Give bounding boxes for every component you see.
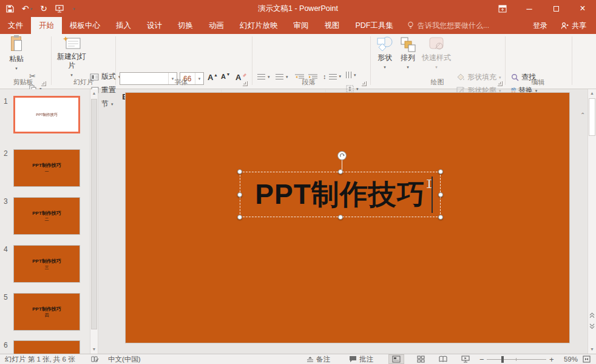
tab-template-center[interactable]: 模板中心 [62, 17, 108, 34]
slide-thumbnail-6[interactable] [13, 340, 80, 354]
notes-button[interactable]: 备注 [306, 354, 330, 364]
rotation-handle[interactable] [337, 151, 347, 160]
main-scrollbar-thumb[interactable] [589, 98, 595, 136]
normal-view-icon [392, 356, 401, 363]
person-icon [561, 22, 569, 30]
resize-handle-ne[interactable] [438, 169, 443, 174]
scroll-down-icon[interactable]: ▼ [588, 345, 596, 354]
text-caret [432, 177, 433, 213]
slide-number: 4 [4, 245, 8, 254]
slide-number: 6 [4, 341, 8, 349]
scroll-up-icon[interactable]: ▲ [90, 89, 98, 98]
comments-button[interactable]: 批注 [349, 354, 373, 364]
font-dialog-launcher[interactable] [243, 81, 248, 86]
ribbon: 粘贴 ▾ ✂ ▾ 剪贴板 新建幻灯片 ▾ 版式▾ 重置 [0, 34, 596, 89]
slide-number: 3 [4, 197, 8, 206]
zoom-slider-thumb[interactable] [501, 356, 504, 363]
slide-number: 5 [4, 293, 8, 302]
resize-handle-e[interactable] [438, 192, 443, 197]
paste-icon [10, 36, 23, 52]
slide-canvas[interactable]: PPT制作技巧 [126, 93, 569, 343]
tab-design[interactable]: 设计 [139, 17, 170, 34]
slides-group-label: 幻灯片 [52, 78, 115, 87]
tell-me-box[interactable]: 告诉我您想要做什么... [401, 17, 495, 34]
maximize-button[interactable] [543, 0, 569, 17]
drawing-dialog-launcher[interactable] [498, 81, 503, 86]
normal-view-button[interactable] [388, 354, 404, 364]
slide-thumbnail-2[interactable]: PPT制作技巧一 [13, 149, 80, 187]
notes-icon [306, 356, 314, 363]
close-button[interactable]: × [569, 0, 596, 17]
zoom-level[interactable]: 59% [558, 354, 578, 364]
status-bar: 幻灯片 第 1 张, 共 6 张 中文(中国) 备注 批注 − + 5 [0, 354, 596, 364]
tab-animations[interactable]: 动画 [201, 17, 232, 34]
resize-handle-w[interactable] [237, 192, 242, 197]
language-indicator[interactable]: 中文(中国) [108, 354, 141, 364]
new-slide-button[interactable]: 新建幻灯片 ▾ [56, 36, 87, 79]
editing-group-label: 编辑 [506, 78, 571, 87]
slide-title-text[interactable]: PPT制作技巧 [240, 175, 440, 214]
shapes-button[interactable]: 形状 ▾ [374, 36, 396, 72]
share-button[interactable]: 共享 [556, 17, 591, 34]
slide-number: 2 [4, 149, 8, 158]
titlebar: ↶▾ ↻ ▾ 演示文稿1 - PowerPoint ─ × [0, 0, 596, 17]
fit-to-window-button[interactable] [583, 354, 591, 364]
previous-slide-button[interactable] [588, 312, 596, 318]
minimize-button[interactable]: ─ [516, 0, 543, 17]
resize-handle-nw[interactable] [237, 169, 242, 174]
quick-styles-icon [428, 36, 445, 52]
slide-thumbnail-1[interactable]: PPT制作技巧 [13, 96, 80, 133]
arrange-button[interactable]: 排列 ▾ [397, 36, 419, 72]
tab-home[interactable]: 开始 [31, 17, 62, 34]
tab-transitions[interactable]: 切换 [170, 17, 201, 34]
slide-thumbnail-5[interactable]: PPT制作技巧四 [13, 293, 80, 331]
main-scrollbar[interactable]: ▲ ▼ [588, 89, 596, 354]
login-button[interactable]: 登录 [527, 17, 554, 34]
scroll-up-icon[interactable]: ▲ [588, 89, 596, 98]
slide-sorter-view-button[interactable] [413, 354, 428, 364]
slideshow-icon [461, 356, 470, 363]
tab-pdf-tools[interactable]: PDF工具集 [348, 17, 402, 34]
shapes-icon [376, 36, 393, 52]
slide-thumbnail-3[interactable]: PPT制作技巧二 [13, 197, 80, 235]
ibeam-cursor [427, 179, 432, 189]
resize-handle-sw[interactable] [237, 215, 242, 220]
title-textbox-selection[interactable]: PPT制作技巧 [240, 172, 441, 217]
slide-sorter-icon [417, 356, 425, 363]
slide-number: 1 [4, 97, 8, 106]
arrange-icon [400, 36, 416, 52]
slide-thumbnail-4[interactable]: PPT制作技巧三 [13, 245, 80, 283]
lightbulb-icon [407, 21, 414, 30]
clipboard-dialog-launcher[interactable] [41, 81, 46, 86]
clipboard-group-label: 剪贴板 [0, 78, 46, 87]
resize-handle-n[interactable] [338, 169, 343, 174]
ribbon-display-options-button[interactable] [489, 0, 516, 17]
reading-view-button[interactable] [435, 354, 451, 364]
slideshow-view-button[interactable] [458, 354, 473, 364]
font-group-label: 字体 [116, 78, 246, 87]
next-slide-button[interactable] [588, 323, 596, 329]
ribbon-tab-bar: 文件 开始 模板中心 插入 设计 切换 动画 幻灯片放映 审阅 视图 PDF工具… [0, 17, 596, 34]
quick-styles-button[interactable]: 快速样式 ▾ [421, 36, 452, 72]
spellcheck-icon[interactable] [91, 354, 99, 364]
tab-insert[interactable]: 插入 [108, 17, 139, 34]
tab-slideshow[interactable]: 幻灯片放映 [232, 17, 286, 34]
paragraph-dialog-launcher[interactable] [362, 81, 367, 86]
collapse-ribbon-button[interactable]: ⌃ [580, 112, 585, 118]
paste-button[interactable]: 粘贴 ▾ [5, 36, 28, 73]
resize-handle-s[interactable] [338, 215, 343, 220]
powerpoint-window: ↶▾ ↻ ▾ 演示文稿1 - PowerPoint ─ × 文件 开始 模板中心… [0, 0, 596, 364]
tab-review[interactable]: 审阅 [286, 17, 317, 34]
new-slide-icon [63, 36, 81, 51]
zoom-out-button[interactable]: − [479, 354, 484, 364]
eraser-icon [242, 73, 247, 78]
zoom-in-button[interactable]: + [549, 354, 554, 364]
scroll-down-icon[interactable]: ▼ [90, 345, 98, 354]
paragraph-group-label: 段落 [252, 78, 365, 87]
tab-file[interactable]: 文件 [0, 17, 31, 34]
zoom-slider[interactable] [487, 354, 546, 364]
thumbnail-scrollbar[interactable]: ▲ ▼ [90, 89, 98, 354]
tab-view[interactable]: 视图 [317, 17, 348, 34]
thumbnail-scrollbar-thumb[interactable] [91, 99, 97, 329]
resize-handle-se[interactable] [438, 215, 443, 220]
